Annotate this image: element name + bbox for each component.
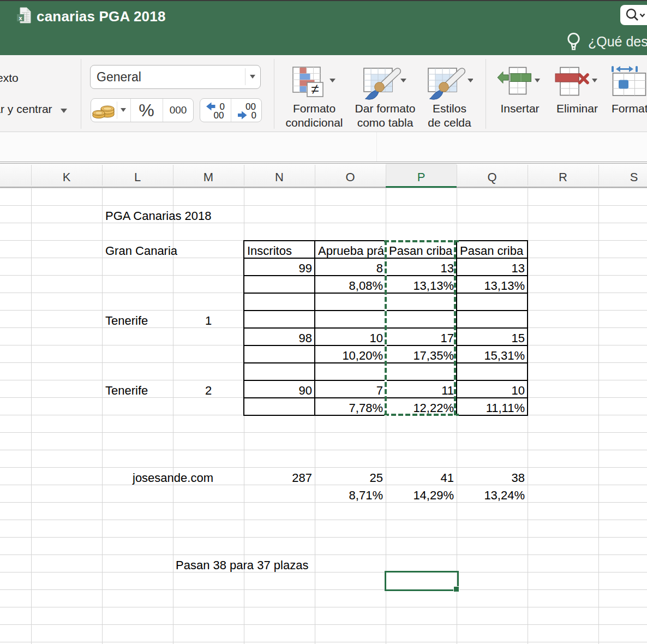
svg-text:x: x — [19, 15, 22, 21]
svg-text:0: 0 — [251, 110, 256, 121]
svg-text:00: 00 — [214, 110, 224, 121]
svg-text:≠: ≠ — [311, 81, 319, 97]
